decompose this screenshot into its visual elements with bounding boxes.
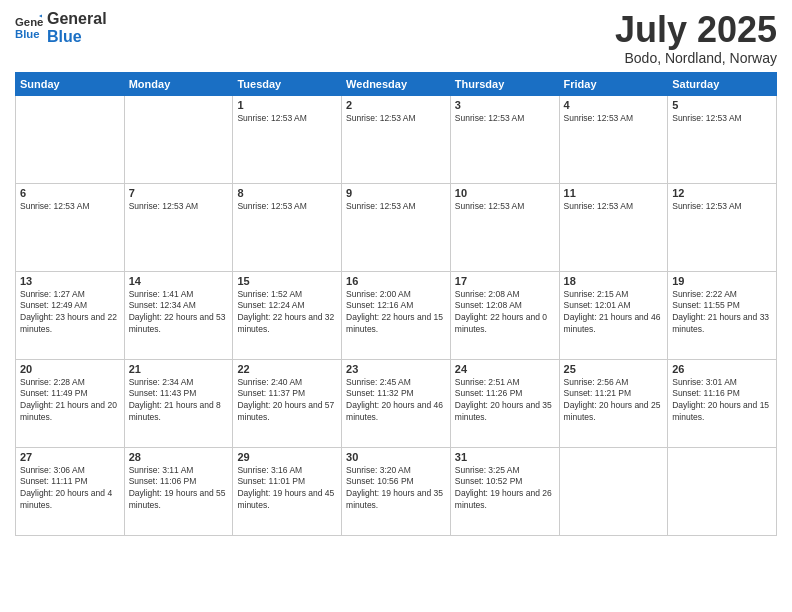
header: General Blue General Blue July 2025 Bodo… [15, 10, 777, 66]
day-info: Sunrise: 12:53 AM [346, 201, 446, 213]
day-cell: 25Sunrise: 2:56 AM Sunset: 11:21 PM Dayl… [559, 359, 668, 447]
day-cell: 18Sunrise: 2:15 AM Sunset: 12:01 AM Dayl… [559, 271, 668, 359]
day-cell: 22Sunrise: 2:40 AM Sunset: 11:37 PM Dayl… [233, 359, 342, 447]
header-friday: Friday [559, 72, 668, 95]
day-number: 28 [129, 451, 229, 463]
day-cell: 29Sunrise: 3:16 AM Sunset: 11:01 PM Dayl… [233, 447, 342, 535]
day-info: Sunrise: 2:22 AM Sunset: 11:55 PM Daylig… [672, 289, 772, 337]
day-info: Sunrise: 2:28 AM Sunset: 11:49 PM Daylig… [20, 377, 120, 425]
day-number: 3 [455, 99, 555, 111]
svg-text:Blue: Blue [15, 28, 40, 40]
day-cell: 26Sunrise: 3:01 AM Sunset: 11:16 PM Dayl… [668, 359, 777, 447]
day-info: Sunrise: 2:56 AM Sunset: 11:21 PM Daylig… [564, 377, 664, 425]
day-number: 23 [346, 363, 446, 375]
day-cell: 4Sunrise: 12:53 AM [559, 95, 668, 183]
day-number: 16 [346, 275, 446, 287]
month-title: July 2025 [615, 10, 777, 50]
day-info: Sunrise: 12:53 AM [20, 201, 120, 213]
day-cell: 24Sunrise: 2:51 AM Sunset: 11:26 PM Dayl… [450, 359, 559, 447]
day-number: 29 [237, 451, 337, 463]
day-cell [16, 95, 125, 183]
day-number: 6 [20, 187, 120, 199]
day-number: 11 [564, 187, 664, 199]
header-saturday: Saturday [668, 72, 777, 95]
day-number: 17 [455, 275, 555, 287]
day-info: Sunrise: 12:53 AM [672, 201, 772, 213]
day-info: Sunrise: 3:25 AM Sunset: 10:52 PM Daylig… [455, 465, 555, 513]
day-number: 7 [129, 187, 229, 199]
day-cell: 9Sunrise: 12:53 AM [342, 183, 451, 271]
day-info: Sunrise: 3:16 AM Sunset: 11:01 PM Daylig… [237, 465, 337, 513]
day-cell: 11Sunrise: 12:53 AM [559, 183, 668, 271]
day-cell [668, 447, 777, 535]
day-cell: 5Sunrise: 12:53 AM [668, 95, 777, 183]
day-number: 5 [672, 99, 772, 111]
day-info: Sunrise: 12:53 AM [455, 201, 555, 213]
day-cell: 16Sunrise: 2:00 AM Sunset: 12:16 AM Dayl… [342, 271, 451, 359]
day-number: 30 [346, 451, 446, 463]
day-cell: 30Sunrise: 3:20 AM Sunset: 10:56 PM Dayl… [342, 447, 451, 535]
day-info: Sunrise: 12:53 AM [237, 201, 337, 213]
logo-line1: General [47, 10, 107, 28]
day-cell [124, 95, 233, 183]
day-number: 13 [20, 275, 120, 287]
svg-text:General: General [15, 17, 43, 29]
page: General Blue General Blue July 2025 Bodo… [0, 0, 792, 612]
day-cell: 1Sunrise: 12:53 AM [233, 95, 342, 183]
logo-icon: General Blue [15, 14, 43, 42]
day-number: 9 [346, 187, 446, 199]
day-info: Sunrise: 2:45 AM Sunset: 11:32 PM Daylig… [346, 377, 446, 425]
header-monday: Monday [124, 72, 233, 95]
day-number: 24 [455, 363, 555, 375]
day-info: Sunrise: 3:01 AM Sunset: 11:16 PM Daylig… [672, 377, 772, 425]
day-cell: 12Sunrise: 12:53 AM [668, 183, 777, 271]
week-row-1: 6Sunrise: 12:53 AM7Sunrise: 12:53 AM8Sun… [16, 183, 777, 271]
day-cell: 23Sunrise: 2:45 AM Sunset: 11:32 PM Dayl… [342, 359, 451, 447]
day-number: 21 [129, 363, 229, 375]
location: Bodo, Nordland, Norway [615, 50, 777, 66]
day-cell: 31Sunrise: 3:25 AM Sunset: 10:52 PM Dayl… [450, 447, 559, 535]
day-info: Sunrise: 1:41 AM Sunset: 12:34 AM Daylig… [129, 289, 229, 337]
calendar-header: Sunday Monday Tuesday Wednesday Thursday… [16, 72, 777, 95]
day-number: 4 [564, 99, 664, 111]
day-number: 26 [672, 363, 772, 375]
day-number: 25 [564, 363, 664, 375]
day-info: Sunrise: 1:27 AM Sunset: 12:49 AM Daylig… [20, 289, 120, 337]
day-number: 19 [672, 275, 772, 287]
day-info: Sunrise: 3:20 AM Sunset: 10:56 PM Daylig… [346, 465, 446, 513]
week-row-2: 13Sunrise: 1:27 AM Sunset: 12:49 AM Dayl… [16, 271, 777, 359]
day-number: 20 [20, 363, 120, 375]
day-cell: 17Sunrise: 2:08 AM Sunset: 12:08 AM Dayl… [450, 271, 559, 359]
day-number: 12 [672, 187, 772, 199]
day-info: Sunrise: 2:51 AM Sunset: 11:26 PM Daylig… [455, 377, 555, 425]
header-row: Sunday Monday Tuesday Wednesday Thursday… [16, 72, 777, 95]
day-cell: 3Sunrise: 12:53 AM [450, 95, 559, 183]
day-cell: 19Sunrise: 2:22 AM Sunset: 11:55 PM Dayl… [668, 271, 777, 359]
day-info: Sunrise: 1:52 AM Sunset: 12:24 AM Daylig… [237, 289, 337, 337]
day-cell: 7Sunrise: 12:53 AM [124, 183, 233, 271]
day-cell: 20Sunrise: 2:28 AM Sunset: 11:49 PM Dayl… [16, 359, 125, 447]
calendar-table: Sunday Monday Tuesday Wednesday Thursday… [15, 72, 777, 536]
day-info: Sunrise: 3:06 AM Sunset: 11:11 PM Daylig… [20, 465, 120, 513]
header-tuesday: Tuesday [233, 72, 342, 95]
day-number: 14 [129, 275, 229, 287]
day-cell: 21Sunrise: 2:34 AM Sunset: 11:43 PM Dayl… [124, 359, 233, 447]
day-cell: 27Sunrise: 3:06 AM Sunset: 11:11 PM Dayl… [16, 447, 125, 535]
week-row-4: 27Sunrise: 3:06 AM Sunset: 11:11 PM Dayl… [16, 447, 777, 535]
day-info: Sunrise: 12:53 AM [564, 113, 664, 125]
day-cell: 14Sunrise: 1:41 AM Sunset: 12:34 AM Dayl… [124, 271, 233, 359]
day-number: 22 [237, 363, 337, 375]
day-info: Sunrise: 2:00 AM Sunset: 12:16 AM Daylig… [346, 289, 446, 337]
day-cell: 13Sunrise: 1:27 AM Sunset: 12:49 AM Dayl… [16, 271, 125, 359]
day-number: 8 [237, 187, 337, 199]
day-info: Sunrise: 12:53 AM [672, 113, 772, 125]
week-row-0: 1Sunrise: 12:53 AM2Sunrise: 12:53 AM3Sun… [16, 95, 777, 183]
title-block: July 2025 Bodo, Nordland, Norway [615, 10, 777, 66]
day-info: Sunrise: 2:08 AM Sunset: 12:08 AM Daylig… [455, 289, 555, 337]
day-cell [559, 447, 668, 535]
header-wednesday: Wednesday [342, 72, 451, 95]
week-row-3: 20Sunrise: 2:28 AM Sunset: 11:49 PM Dayl… [16, 359, 777, 447]
day-info: Sunrise: 12:53 AM [455, 113, 555, 125]
day-cell: 10Sunrise: 12:53 AM [450, 183, 559, 271]
day-number: 31 [455, 451, 555, 463]
